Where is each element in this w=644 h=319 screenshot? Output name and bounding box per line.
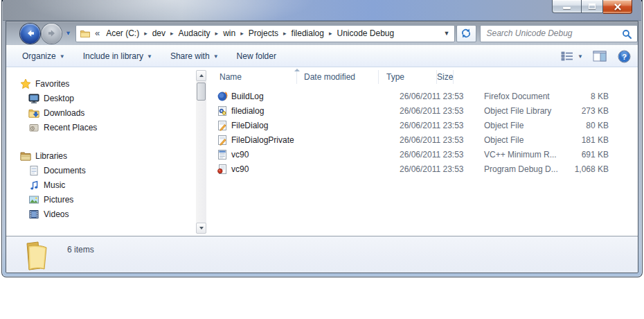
maximize-button[interactable] (582, 0, 603, 13)
scrollbar-thumb[interactable] (197, 83, 206, 101)
toolbar-right-group: ▼ ? (561, 45, 631, 67)
breadcrumb-item[interactable]: Projects (244, 28, 283, 38)
views-dropdown-chevron-icon: ▼ (578, 53, 583, 60)
items-count: 6 items (67, 245, 94, 255)
monitor-icon (28, 93, 39, 104)
breadcrumb-overflow-icon[interactable]: « (95, 28, 100, 38)
chevron-down-icon: ▼ (213, 52, 219, 60)
breadcrumb-item[interactable]: dev (147, 28, 170, 38)
sidebar-scrollbar[interactable] (196, 70, 206, 234)
back-arrow-icon (26, 28, 35, 38)
music-note-icon (28, 180, 39, 191)
minimize-button[interactable] (552, 0, 582, 13)
column-header-size[interactable]: Size (437, 70, 454, 84)
window-inner: ▼ « Acer (C:)▸dev▸Audacity▸win▸Projects▸… (6, 21, 638, 273)
desktop-background: ▼ « Acer (C:)▸dev▸Audacity▸win▸Projects▸… (0, 0, 644, 319)
sidebar-item-desktop[interactable]: Desktop (6, 91, 208, 105)
help-icon: ? (618, 50, 631, 63)
change-view-button[interactable]: ▼ (561, 51, 583, 61)
titlebar[interactable] (3, 0, 641, 21)
column-header-name[interactable]: Name (208, 70, 297, 84)
sidebar-item-downloads[interactable]: Downloads (6, 105, 208, 120)
file-row[interactable]: filedialog 26/06/2011 23:53 Object File … (208, 103, 638, 118)
recent-places-icon (28, 122, 39, 133)
file-list: NameDate modifiedTypeSize BuildLog 26/06… (208, 67, 638, 236)
toolbar-left-group: Organize▼Include in library▼Share with▼N… (13, 48, 285, 64)
file-row[interactable]: vc90 26/06/2011 23:53 VC++ Minimum R... … (208, 147, 638, 162)
refresh-button[interactable] (456, 25, 477, 42)
triangle-down-icon (199, 227, 204, 230)
sidebar-item-pictures[interactable]: Pictures (6, 192, 208, 207)
address-dropdown-chevron-icon[interactable]: ▼ (444, 30, 450, 37)
folder-icon (80, 28, 91, 39)
file-row[interactable]: vc90 26/06/2011 23:53 Program Debug D...… (208, 162, 638, 176)
maximize-icon (589, 3, 596, 9)
close-icon (614, 3, 622, 11)
caption-buttons (552, 0, 632, 14)
sidebar-item-recent-places[interactable]: Recent Places (6, 120, 208, 135)
command-toolbar: Organize▼Include in library▼Share with▼N… (6, 45, 638, 67)
star-icon (20, 78, 31, 89)
column-header-type[interactable]: Type (379, 70, 437, 84)
help-button[interactable]: ? (618, 50, 631, 63)
file-row[interactable]: FileDialogPrivate 26/06/2011 23:53 Objec… (208, 132, 638, 147)
close-button[interactable] (603, 0, 632, 14)
breadcrumb-item[interactable]: Unicode Debug (332, 28, 399, 38)
sidebar-section: Favorites Desktop Downloads Recent Place… (6, 76, 208, 135)
downloads-folder-icon (28, 107, 39, 119)
forward-button[interactable] (42, 24, 62, 44)
sidebar-section-favorites[interactable]: Favorites (6, 76, 208, 91)
preview-pane-button[interactable] (593, 51, 607, 62)
breadcrumb-item[interactable]: win (218, 28, 240, 38)
views-icon (561, 51, 573, 61)
chevron-down-icon: ▼ (147, 52, 152, 60)
file-row[interactable]: BuildLog 26/06/2011 23:53 Firefox Docume… (208, 89, 638, 103)
search-icon[interactable] (622, 29, 632, 40)
scroll-down-button[interactable] (196, 223, 206, 234)
triangle-up-icon (199, 74, 204, 77)
navigation-pane: Favorites Desktop Downloads Recent Place… (6, 67, 208, 236)
sidebar-section: Libraries Documents Music Pictures Video… (6, 148, 208, 221)
navigation-bar: ▼ « Acer (C:)▸dev▸Audacity▸win▸Projects▸… (6, 21, 638, 45)
chevron-down-icon: ▼ (60, 52, 65, 60)
toolbar-button[interactable]: Include in library▼ (74, 48, 161, 64)
breadcrumb-item[interactable]: Audacity (174, 28, 215, 38)
sort-ascending-icon (294, 69, 300, 71)
sidebar-item-documents[interactable]: Documents (6, 163, 208, 178)
breadcrumb-item[interactable]: Acer (C:) (101, 28, 144, 38)
manifest-icon (217, 149, 228, 160)
column-header-date-modified[interactable]: Date modified (297, 70, 379, 84)
object-file-icon (217, 135, 228, 146)
main-content: Favorites Desktop Downloads Recent Place… (6, 67, 638, 236)
forward-arrow-icon (47, 28, 57, 38)
toolbar-button[interactable]: New folder (228, 48, 285, 64)
details-pane: 6 items (6, 236, 638, 273)
document-icon (28, 165, 39, 176)
explorer-window: ▼ « Acer (C:)▸dev▸Audacity▸win▸Projects▸… (1, 0, 643, 277)
sidebar-section-libraries[interactable]: Libraries (6, 148, 208, 163)
breadcrumb-item[interactable]: filedialog (287, 28, 329, 38)
firefox-document-icon (217, 91, 228, 102)
sidebar-item-videos[interactable]: Videos (6, 207, 208, 221)
svg-text:?: ? (622, 52, 627, 60)
toolbar-button[interactable]: Share with▼ (161, 48, 228, 64)
pdb-icon (217, 164, 228, 175)
minimize-icon (563, 7, 571, 9)
column-headers: NameDate modifiedTypeSize (208, 67, 638, 87)
search-input[interactable] (486, 28, 625, 38)
file-rows: BuildLog 26/06/2011 23:53 Firefox Docume… (208, 87, 638, 176)
scroll-up-button[interactable] (196, 70, 206, 81)
refresh-icon (460, 28, 472, 39)
file-row[interactable]: FileDialog 26/06/2011 23:53 Object File … (208, 118, 638, 132)
toolbar-button[interactable]: Organize▼ (13, 48, 74, 64)
object-file-icon (217, 120, 228, 131)
sidebar-item-music[interactable]: Music (6, 178, 208, 192)
breadcrumb: Acer (C:)▸dev▸Audacity▸win▸Projects▸file… (101, 26, 399, 42)
picture-icon (28, 194, 39, 205)
address-bar[interactable]: « Acer (C:)▸dev▸Audacity▸win▸Projects▸fi… (75, 25, 455, 42)
back-button[interactable] (20, 24, 40, 44)
large-folder-icon (21, 239, 52, 271)
search-box (480, 25, 638, 42)
history-dropdown-chevron-icon[interactable]: ▼ (65, 30, 71, 37)
object-library-icon (217, 105, 228, 117)
